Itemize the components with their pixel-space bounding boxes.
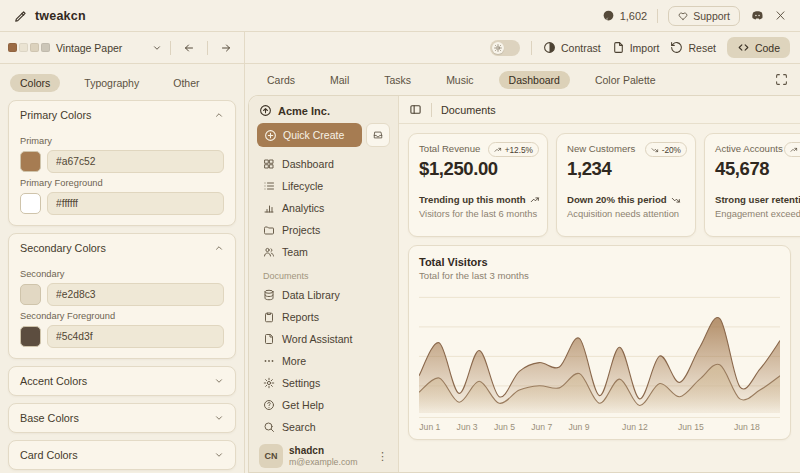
theme-editor-panel: ColorsTypographyOther Primary ColorsPrim… <box>0 64 245 473</box>
contrast-button[interactable]: Contrast <box>543 41 601 54</box>
x-tick-label: Jun 7 <box>531 422 552 432</box>
section-header[interactable]: Primary Colors <box>9 101 235 129</box>
contrast-icon <box>543 41 556 54</box>
sidebar-item-lifecycle[interactable]: Lifecycle <box>257 175 390 197</box>
chart-subtitle: Total for the last 3 months <box>419 270 780 281</box>
clipboard-icon <box>263 311 275 323</box>
sidebar-item-projects[interactable]: Projects <box>257 219 390 241</box>
x-icon[interactable] <box>775 10 786 21</box>
app-header: tweakcn 1,602 Support <box>0 0 800 32</box>
quick-create-button[interactable]: Quick Create <box>257 123 362 147</box>
reset-button[interactable]: Reset <box>670 41 715 54</box>
theme-swatches <box>8 43 50 52</box>
color-value-input[interactable] <box>47 325 224 348</box>
chevron-up <box>214 110 224 120</box>
file-icon <box>263 333 275 345</box>
sidebar-item-search[interactable]: Search <box>257 416 390 438</box>
preview-tab-mail[interactable]: Mail <box>320 71 359 89</box>
discord-icon[interactable] <box>750 8 765 23</box>
sidebar-item-label: Data Library <box>282 289 340 301</box>
gear-icon <box>263 377 275 389</box>
prev-theme-button[interactable] <box>179 38 199 58</box>
inbox-button[interactable] <box>366 123 390 147</box>
preview-tab-music[interactable]: Music <box>436 71 483 89</box>
editor-sections: Primary ColorsPrimaryPrimary ForegroundS… <box>8 100 236 473</box>
x-tick-label: Jun 1 <box>419 422 440 432</box>
sidebar-nav-main: DashboardLifecycleAnalyticsProjectsTeam <box>257 153 390 263</box>
user-menu[interactable]: CN shadcn m@example.com ⋮ <box>257 442 390 470</box>
demo-main: Documents Total Revenue+12.5%$1,250.00Tr… <box>399 96 800 472</box>
next-theme-button[interactable] <box>216 38 236 58</box>
field-label: Primary Foreground <box>20 178 224 188</box>
sidebar-item-data-library[interactable]: Data Library <box>257 284 390 306</box>
stat-footer-sub: Engagement exceed targets <box>715 208 800 219</box>
x-tick-label: Jun 5 <box>494 422 515 432</box>
sidebar-item-settings[interactable]: Settings <box>257 372 390 394</box>
color-value-input[interactable] <box>47 192 224 215</box>
heart-icon <box>678 11 688 21</box>
color-swatch[interactable] <box>20 284 41 305</box>
x-tick-label: Jun 3 <box>457 422 478 432</box>
dashboard-demo: Acme Inc. Quick Create DashboardLifecycl… <box>248 95 800 473</box>
demo-sidebar: Acme Inc. Quick Create DashboardLifecycl… <box>249 96 399 472</box>
x-tick-label: Jun 12 <box>622 422 648 432</box>
stat-value: $1,250.00 <box>419 158 537 180</box>
stats-row: Total Revenue+12.5%$1,250.00Trending up … <box>399 124 800 237</box>
editor-tab-other[interactable]: Other <box>163 74 209 92</box>
sidebar-item-dashboard[interactable]: Dashboard <box>257 153 390 175</box>
avatar: CN <box>259 444 283 468</box>
color-swatch[interactable] <box>20 326 41 347</box>
ellipsis-vertical-icon[interactable]: ⋮ <box>377 450 388 463</box>
sidebar-item-word-assistant[interactable]: Word Assistant <box>257 328 390 350</box>
color-value-input[interactable] <box>47 283 224 306</box>
tweakcn-logo-icon <box>14 9 28 23</box>
sidebar-item-team[interactable]: Team <box>257 241 390 263</box>
org-switcher[interactable]: Acme Inc. <box>257 104 390 117</box>
sidebar-nav-secondary: SettingsGet HelpSearch <box>257 372 390 438</box>
section-header[interactable]: Secondary Colors <box>9 234 235 262</box>
fullscreen-icon[interactable] <box>775 73 788 86</box>
chart-x-axis: Jun 1Jun 3Jun 5Jun 7Jun 9Jun 12Jun 15Jun… <box>419 417 780 433</box>
section-header[interactable]: Card Colors <box>9 441 235 469</box>
preview-tab-tasks[interactable]: Tasks <box>374 71 421 89</box>
import-button[interactable]: Import <box>612 41 660 54</box>
app-root: tweakcn 1,602 Support Vintage Paper <box>0 0 800 473</box>
support-button[interactable]: Support <box>668 6 740 26</box>
dark-mode-toggle[interactable] <box>490 40 520 56</box>
sidebar-item-label: Settings <box>282 377 320 389</box>
section-header[interactable]: Base Colors <box>9 404 235 432</box>
sidebar-toggle-icon[interactable] <box>409 103 422 116</box>
sidebar-nav-documents: Data LibraryReportsWord AssistantMore <box>257 284 390 372</box>
stat-footer-sub: Acquisition needs attention <box>567 208 685 219</box>
help-icon <box>263 399 275 411</box>
sidebar-item-get-help[interactable]: Get Help <box>257 394 390 416</box>
color-swatch[interactable] <box>20 151 41 172</box>
sidebar-item-label: Dashboard <box>282 158 334 170</box>
area-chart[interactable] <box>419 295 780 413</box>
preview-tab-cards[interactable]: Cards <box>257 71 305 89</box>
sidebar-item-reports[interactable]: Reports <box>257 306 390 328</box>
section-title: Primary Colors <box>20 109 91 121</box>
arrow-left-icon <box>183 42 195 54</box>
editor-tab-typography[interactable]: Typography <box>74 74 149 92</box>
trend-up <box>790 146 798 154</box>
editor-tab-colors[interactable]: Colors <box>10 74 60 92</box>
github-stars-button[interactable]: 1,602 <box>602 9 648 22</box>
preview-tab-dashboard[interactable]: Dashboard <box>499 71 570 89</box>
documents-group-label: Documents <box>257 271 390 281</box>
color-value-input[interactable] <box>47 150 224 173</box>
stat-footer-title: Trending up this month <box>419 194 537 205</box>
theme-swatch <box>30 43 39 52</box>
sidebar-item-more[interactable]: More <box>257 350 390 372</box>
sidebar-item-label: Analytics <box>282 202 324 214</box>
preview-tab-color-palette[interactable]: Color Palette <box>585 71 666 89</box>
github-icon <box>602 9 615 22</box>
theme-selector[interactable]: Vintage Paper <box>8 42 162 54</box>
sidebar-item-analytics[interactable]: Analytics <box>257 197 390 219</box>
code-button[interactable]: Code <box>727 37 790 58</box>
section-title: Base Colors <box>20 412 79 424</box>
color-swatch[interactable] <box>20 193 41 214</box>
section-primary-colors: Primary ColorsPrimaryPrimary Foreground <box>8 100 236 226</box>
sidebar-item-label: Get Help <box>282 399 324 411</box>
section-header[interactable]: Accent Colors <box>9 367 235 395</box>
